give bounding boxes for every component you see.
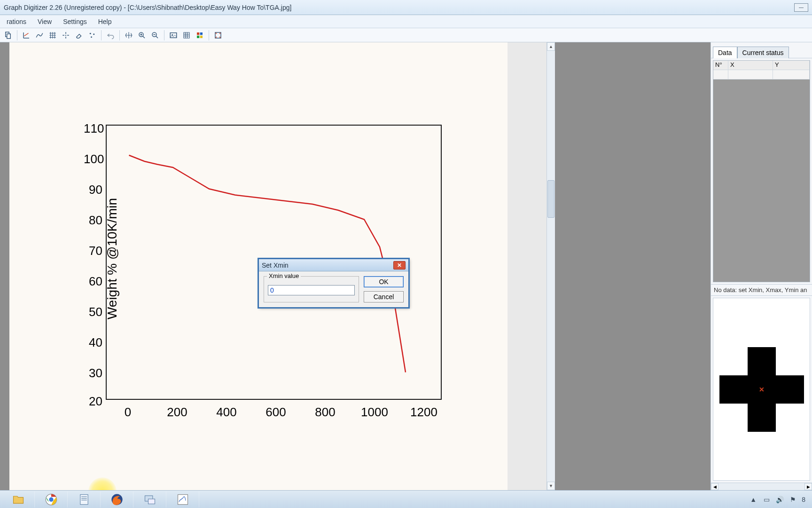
data-grid[interactable]: N° X Y [713, 60, 810, 282]
ytick: 40 [84, 335, 102, 350]
grid-cell[interactable] [713, 70, 728, 79]
grid-cell[interactable] [728, 70, 773, 79]
tray-flag-icon[interactable]: ⚑ [789, 495, 797, 504]
dialog-set-xmin: Set Xmin ✕ Xmin value OK Cancel [258, 259, 409, 308]
dialog-title: Set Xmin [262, 262, 289, 269]
menu-view[interactable]: View [33, 17, 56, 26]
scroll-left-icon[interactable]: ◀ [711, 483, 718, 490]
magnifier-crosshair-icon: ✕ [719, 347, 804, 432]
titlebar: Graph Digitizer 2.26 (Unregistered copy)… [0, 0, 812, 15]
tab-data[interactable]: Data [713, 47, 737, 58]
menu-settings[interactable]: Settings [58, 17, 92, 26]
taskbar-chrome-icon[interactable] [35, 492, 68, 508]
ytick: 110 [84, 121, 102, 136]
scroll-right-icon[interactable]: ▶ [804, 483, 812, 490]
grid-snap-icon[interactable] [47, 30, 59, 41]
fieldset-xmin: Xmin value [264, 276, 359, 302]
fieldset-legend: Xmin value [267, 272, 301, 279]
zoom-out-icon[interactable] [149, 30, 161, 41]
ytick: 90 [84, 183, 102, 197]
tray-action-center-icon[interactable]: ▭ [762, 495, 771, 504]
gridlines-icon[interactable] [180, 30, 193, 41]
crosshair-icon[interactable] [60, 30, 72, 41]
grid-header-n: N° [713, 61, 728, 70]
grid-body-empty [713, 79, 810, 282]
taskbar-firefox-icon[interactable] [101, 492, 133, 508]
svg-rect-1 [7, 34, 11, 39]
magnifier-hscrollbar[interactable]: ◀ ▶ [711, 483, 812, 490]
grid-header-y: Y [773, 61, 810, 70]
svg-point-4 [93, 33, 94, 35]
set-axis-icon[interactable] [20, 30, 32, 41]
canvas-vscrollbar[interactable]: ▲ ▼ [547, 42, 555, 490]
fit-window-icon[interactable] [212, 30, 224, 41]
minimize-button[interactable]: — [794, 3, 808, 12]
taskbar-notepad-icon[interactable] [68, 492, 101, 508]
xtick: 800 [315, 405, 335, 420]
tray-chevron-icon[interactable]: ▲ [749, 495, 757, 504]
ok-button[interactable]: OK [364, 276, 404, 287]
dialog-titlebar[interactable]: Set Xmin ✕ [259, 259, 408, 271]
color-picker-icon[interactable] [194, 30, 206, 41]
cancel-button[interactable]: Cancel [364, 291, 404, 302]
scroll-up-icon[interactable]: ▲ [547, 42, 555, 51]
ytick: 30 [84, 366, 102, 381]
zoom-in-icon[interactable] [136, 30, 148, 41]
ytick: 80 [84, 213, 102, 228]
grid-cell[interactable] [773, 70, 810, 79]
xtick: 0 [125, 405, 131, 420]
status-note: No data: set Xmin, Xmax, Ymin an [711, 284, 812, 296]
svg-rect-10 [197, 32, 199, 35]
image-settings-icon[interactable] [167, 30, 180, 41]
points-icon[interactable] [86, 30, 98, 41]
scroll-thumb[interactable] [547, 180, 554, 218]
svg-point-16 [49, 497, 53, 501]
scroll-down-icon[interactable]: ▼ [547, 482, 555, 490]
xtick: 600 [265, 405, 286, 420]
canvas-area: Weight % @10K/min 110 100 90 80 70 60 50… [0, 42, 710, 490]
svg-point-9 [172, 34, 173, 35]
ytick: 60 [84, 274, 102, 289]
magnifier-view: ✕ [713, 298, 810, 481]
svg-rect-21 [178, 494, 187, 504]
menu-help[interactable]: Help [94, 17, 117, 26]
ytick: 100 [84, 152, 102, 167]
workspace: Weight % @10K/min 110 100 90 80 70 60 50… [0, 42, 812, 490]
curve-icon[interactable] [33, 30, 46, 41]
taskbar-explorer-icon[interactable] [2, 492, 35, 508]
svg-rect-11 [200, 32, 203, 35]
svg-point-3 [90, 32, 91, 34]
grid-header-x: X [728, 61, 773, 70]
side-panel: Data Current status N° X Y No data: set … [710, 42, 812, 490]
svg-rect-12 [197, 35, 199, 38]
menu-operations[interactable]: rations [2, 17, 31, 26]
xtick: 200 [167, 405, 187, 420]
tray-volume-icon[interactable]: 🔊 [775, 495, 784, 504]
xtick: 1000 [361, 405, 388, 420]
dialog-close-button[interactable]: ✕ [393, 261, 406, 270]
xtick: 400 [216, 405, 236, 420]
ytick: 70 [84, 244, 102, 258]
ytick: 20 [84, 394, 102, 409]
taskbar-system-icon[interactable] [133, 492, 166, 508]
system-tray: ▲ ▭ 🔊 ⚑ 8 [749, 495, 810, 504]
window-title: Graph Digitizer 2.26 (Unregistered copy)… [4, 4, 792, 11]
tab-current-status[interactable]: Current status [737, 47, 789, 58]
taskbar-digitizer-icon[interactable] [166, 492, 199, 508]
magnifier-center-mark: ✕ [759, 386, 765, 393]
eraser-icon[interactable] [73, 30, 85, 41]
side-tabs: Data Current status [711, 42, 812, 58]
menubar: rations View Settings Help [0, 15, 812, 28]
copy-icon[interactable] [2, 30, 14, 41]
svg-rect-20 [148, 499, 155, 504]
svg-rect-8 [170, 32, 177, 38]
xtick: 1200 [410, 405, 437, 420]
undo-icon[interactable] [104, 30, 117, 41]
xmin-input[interactable] [268, 285, 355, 295]
pan-icon[interactable] [123, 30, 135, 41]
ytick: 50 [84, 305, 102, 319]
svg-point-5 [91, 36, 92, 38]
tray-clock[interactable]: 8 [802, 496, 805, 503]
svg-rect-13 [200, 35, 203, 38]
taskbar: ▲ ▭ 🔊 ⚑ 8 [0, 490, 812, 508]
